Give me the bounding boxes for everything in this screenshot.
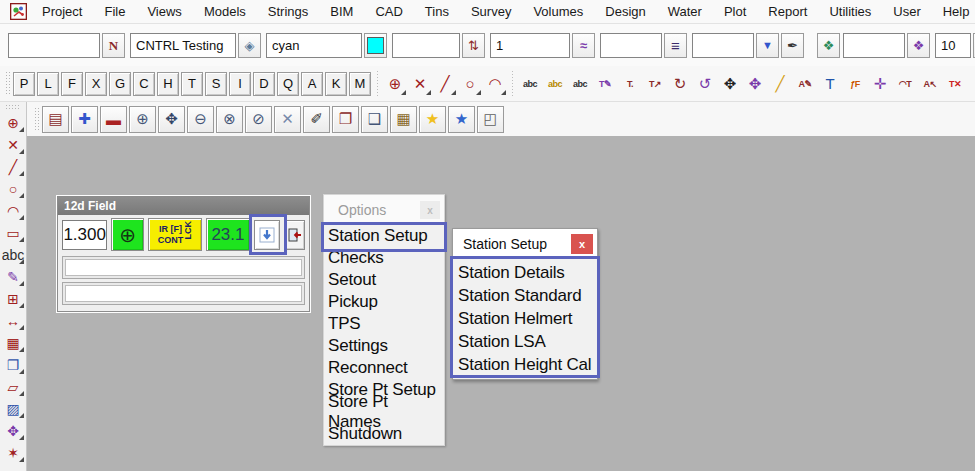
measure-mode-button[interactable]: IR [F]CONT LCK xyxy=(148,218,202,251)
rotate-cw-icon[interactable]: ↻ xyxy=(668,71,692,97)
add-view-icon[interactable]: ✚ xyxy=(71,106,98,133)
symbol-picker-button[interactable]: ▼ xyxy=(756,33,779,58)
snap-letter-button[interactable]: Q xyxy=(277,72,299,96)
toolbar-grip[interactable] xyxy=(5,71,10,96)
zoom-icon[interactable]: ⊖ xyxy=(187,106,214,133)
ruler-icon[interactable]: ╱ xyxy=(768,71,792,97)
menu-item[interactable]: Utilities xyxy=(818,0,882,23)
options-close-button[interactable]: x xyxy=(420,201,440,219)
menu-item[interactable]: Project xyxy=(31,0,93,23)
pinwheel-colour-button[interactable]: ❖ xyxy=(817,33,840,58)
snap-letter-button[interactable]: M xyxy=(349,72,371,96)
redraw-icon[interactable]: ✐ xyxy=(303,106,330,133)
toolbar-grip[interactable] xyxy=(5,104,21,109)
lineweight-input[interactable] xyxy=(600,33,662,58)
snap-point-icon[interactable]: ⊕ xyxy=(1,112,25,134)
toolbar-grip[interactable] xyxy=(34,107,39,131)
menu-item[interactable]: Survey xyxy=(460,0,522,23)
create-circle-icon[interactable]: ○ xyxy=(1,178,25,200)
model-input[interactable] xyxy=(130,33,236,58)
snap-letter-button[interactable]: P xyxy=(13,72,35,96)
menu-item[interactable]: Models xyxy=(193,0,257,23)
annotate-icon[interactable]: A✎ xyxy=(793,71,817,97)
eyedropper-button[interactable]: ✒ xyxy=(781,33,804,58)
menu-item[interactable]: Report xyxy=(757,0,818,23)
name-input[interactable] xyxy=(8,33,100,58)
delete-text-icon[interactable]: T✕ xyxy=(943,71,967,97)
options-menu-item[interactable]: Pickup xyxy=(324,291,444,313)
point-line-icon[interactable]: ✶ xyxy=(1,442,25,464)
rotate-target-icon[interactable]: ↺ xyxy=(693,71,717,97)
options-menu-item[interactable]: Station Setup xyxy=(324,225,444,247)
model-picker-button[interactable]: ◈ xyxy=(238,33,261,58)
create-rectangle-icon[interactable]: ▭ xyxy=(1,222,25,244)
zoom-shrink-icon[interactable]: ⊗ xyxy=(216,106,243,133)
target-button[interactable]: ⊕ xyxy=(111,218,144,251)
station-setup-item[interactable]: Station LSA xyxy=(453,330,597,353)
snap-letter-button[interactable]: L xyxy=(37,72,59,96)
edit-pencil-icon[interactable]: ✎ xyxy=(1,266,25,288)
snap-letter-button[interactable]: F xyxy=(61,72,83,96)
menu-item[interactable]: CAD xyxy=(364,0,413,23)
angle-input[interactable] xyxy=(843,33,905,58)
snap-target-icon[interactable]: ⊕ xyxy=(383,71,407,97)
linestyle-input[interactable] xyxy=(490,33,570,58)
options-menu-item[interactable]: Settings xyxy=(324,335,444,357)
size-input[interactable] xyxy=(935,33,971,58)
options-menu-item[interactable]: Setout xyxy=(324,269,444,291)
save-icon[interactable]: ▤ xyxy=(42,106,69,133)
menu-item[interactable]: Plot xyxy=(713,0,757,23)
create-text-icon[interactable]: abc xyxy=(1,244,25,266)
station-setup-item[interactable]: Station Standard xyxy=(453,284,597,307)
snap-letter-button[interactable]: A xyxy=(301,72,323,96)
options-menu-item[interactable]: Reconnect xyxy=(324,357,444,379)
line-tool-icon[interactable]: ╱ xyxy=(433,71,457,97)
station-setup-item[interactable]: Station Height Cal xyxy=(453,353,597,376)
target-height-value[interactable]: 1.300 xyxy=(62,220,107,250)
table-icon[interactable]: ▦ xyxy=(1,332,25,354)
snap-letter-button[interactable]: T xyxy=(181,72,203,96)
lineweight-picker-button[interactable]: ≡ xyxy=(664,33,687,58)
menu-item[interactable]: Strings xyxy=(257,0,319,23)
measure-icon[interactable]: ↔ xyxy=(1,310,25,332)
arc-text-icon[interactable]: ◠T xyxy=(893,71,917,97)
copy-icon[interactable]: ❑ xyxy=(361,106,388,133)
symbol-input[interactable] xyxy=(692,33,754,58)
create-arc-icon[interactable]: ◠ xyxy=(1,200,25,222)
copy-view-icon[interactable]: ❐ xyxy=(1,354,25,376)
create-point-icon[interactable]: ⊞ xyxy=(1,288,25,310)
name-picker-button[interactable]: N xyxy=(102,33,125,58)
remove-view-icon[interactable]: ▬ xyxy=(100,106,127,133)
drawing-canvas[interactable]: 12d Field 1.300 ⊕ IR [F]CONT LCK 23.1 xyxy=(27,136,975,471)
move-arrows-icon[interactable]: ✥ xyxy=(718,71,742,97)
menu-item[interactable]: Tins xyxy=(414,0,460,23)
colour-picker-button[interactable] xyxy=(364,33,387,58)
menu-item[interactable]: Water xyxy=(657,0,713,23)
station-setup-item[interactable]: Station Details xyxy=(453,261,597,284)
snap-letter-button[interactable]: H xyxy=(157,72,179,96)
snap-letter-button[interactable]: G xyxy=(109,72,131,96)
create-line-icon[interactable]: ╱ xyxy=(1,156,25,178)
snap-cross-icon[interactable]: ✕ xyxy=(408,71,432,97)
options-menu-item[interactable]: Store Pt Names xyxy=(324,401,444,423)
menu-item[interactable]: Design xyxy=(594,0,656,23)
menu-item[interactable]: Views xyxy=(136,0,192,23)
snap-letter-button[interactable]: C xyxy=(133,72,155,96)
snap-letter-button[interactable]: I xyxy=(229,72,251,96)
leader-text-icon[interactable]: A↖ xyxy=(918,71,942,97)
pan-icon[interactable]: ✥ xyxy=(158,106,185,133)
grid-icon[interactable]: ▦ xyxy=(390,106,417,133)
move-icon[interactable]: ✥ xyxy=(1,420,25,442)
station-setup-close-button[interactable]: x xyxy=(571,234,593,254)
zoom-previous-icon[interactable]: ⊘ xyxy=(245,106,272,133)
field-input-2[interactable] xyxy=(65,285,302,302)
menu-item[interactable]: Help xyxy=(932,0,975,23)
snap-letter-button[interactable]: K xyxy=(325,72,347,96)
delete-views-icon[interactable]: ✕ xyxy=(274,106,301,133)
polygon-icon[interactable]: ▱ xyxy=(1,376,25,398)
text-grid-icon[interactable]: abc xyxy=(543,71,567,97)
z-picker-button[interactable]: ⇅ xyxy=(462,33,485,58)
menu-item[interactable]: Volumes xyxy=(522,0,594,23)
menu-item[interactable]: User xyxy=(882,0,931,23)
zoom-extents-icon[interactable]: ⊕ xyxy=(129,106,156,133)
